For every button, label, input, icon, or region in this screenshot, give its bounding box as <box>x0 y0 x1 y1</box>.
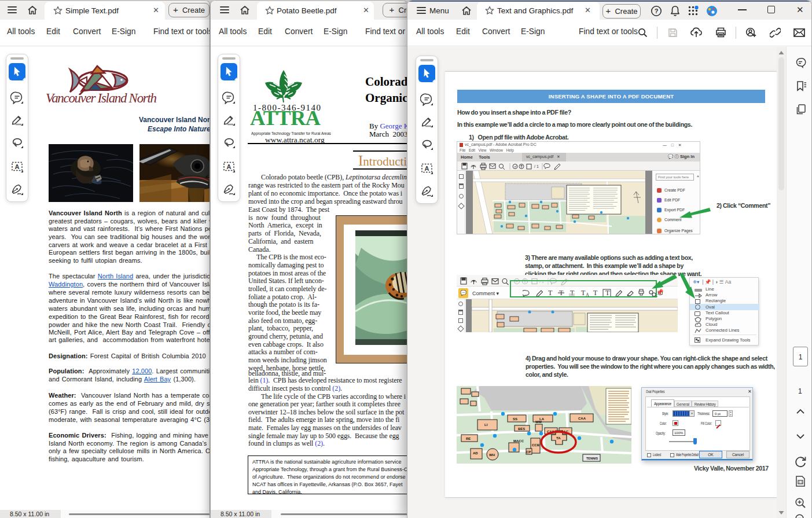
svg-text:SS: SS <box>513 417 517 421</box>
svg-text:A: A <box>227 163 232 170</box>
svg-text:RE: RE <box>466 437 471 440</box>
svg-text:LI: LI <box>484 423 488 427</box>
svg-text:MACC: MACC <box>513 439 524 443</box>
svg-text:TENNIS: TENNIS <box>586 457 598 460</box>
svg-text:WH: WH <box>489 453 495 457</box>
svg-text:BES: BES <box>518 427 525 431</box>
svg-text:1:1: 1:1 <box>799 481 803 484</box>
svg-text:/ 1: / 1 <box>534 164 539 168</box>
svg-text:AD: AD <box>473 451 478 455</box>
svg-text:CP: CP <box>526 450 531 454</box>
svg-text:CCB: CCB <box>532 443 540 447</box>
svg-text:Vancouver Island North: Vancouver Island North <box>46 91 157 105</box>
svg-text:TA: TA <box>556 436 561 440</box>
svg-text:?: ? <box>655 8 659 14</box>
svg-text:A: A <box>15 163 20 170</box>
svg-text:CAA: CAA <box>578 417 586 420</box>
svg-text:WM: WM <box>535 420 542 424</box>
svg-text:A: A <box>425 165 429 172</box>
